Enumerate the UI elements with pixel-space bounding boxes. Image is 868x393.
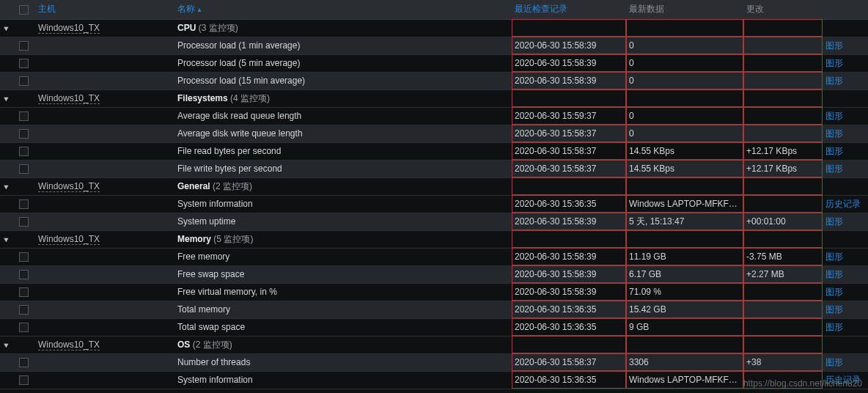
item-change: +12.17 KBps	[743, 160, 823, 177]
item-lastdata: 0	[626, 107, 743, 125]
sort-asc-icon: ▲	[196, 7, 202, 13]
item-lastdata: Windows LAPTOP-MFKF1N43 10...	[626, 195, 743, 213]
row-checkbox[interactable]	[19, 270, 29, 279]
item-change	[743, 195, 823, 213]
item-row: Average disk write queue length2020-06-3…	[0, 125, 868, 142]
item-lastcheck: 2020-06-30 15:36:35	[512, 371, 626, 389]
row-checkbox[interactable]	[19, 375, 29, 385]
item-name: Total memory	[177, 304, 230, 315]
action-link-graph[interactable]: 图形	[825, 58, 843, 68]
item-lastcheck: 2020-06-30 15:36:35	[512, 301, 626, 318]
item-lastcheck: 2020-06-30 15:58:39	[512, 283, 626, 301]
action-link-graph[interactable]: 图形	[825, 76, 843, 86]
item-row: Free virtual memory, in %2020-06-30 15:5…	[0, 283, 868, 301]
action-link-graph[interactable]: 图形	[825, 164, 843, 174]
item-lastdata: 0	[626, 72, 743, 89]
item-name: File write bytes per second	[177, 164, 282, 174]
group-count: (4 监控项)	[228, 93, 270, 103]
host-link[interactable]: Windows10_TX	[38, 234, 100, 245]
header-name[interactable]: 名称▲	[174, 0, 512, 19]
collapse-icon[interactable]: ▼	[2, 25, 10, 32]
action-link-graph[interactable]: 图形	[825, 251, 843, 262]
group-name: OS	[177, 339, 190, 350]
row-checkbox[interactable]	[19, 199, 29, 209]
action-link-history[interactable]: 历史记录	[825, 375, 861, 385]
row-checkbox[interactable]	[19, 41, 29, 51]
row-checkbox[interactable]	[19, 76, 29, 86]
item-name: System information	[177, 199, 253, 209]
action-link-graph[interactable]: 图形	[825, 322, 843, 332]
item-name: Processor load (15 min average)	[177, 76, 305, 86]
action-link-graph[interactable]: 图形	[825, 128, 843, 139]
row-checkbox[interactable]	[19, 59, 29, 68]
action-link-graph[interactable]: 图形	[825, 304, 843, 315]
item-name: Average disk write queue length	[177, 128, 303, 139]
row-checkbox[interactable]	[19, 217, 29, 227]
action-link-graph[interactable]: 图形	[825, 287, 843, 297]
item-lastdata: 5 天, 15:13:47	[626, 213, 743, 230]
item-lastdata: 3306	[626, 353, 743, 371]
item-name: Average disk read queue length	[177, 111, 301, 121]
item-row: Free memory2020-06-30 15:58:3911.19 GB-3…	[0, 248, 868, 265]
item-row: Number of threads2020-06-30 15:58:373306…	[0, 353, 868, 371]
item-change	[743, 37, 823, 54]
action-link-graph[interactable]: 图形	[825, 146, 843, 156]
action-link-graph[interactable]: 图形	[825, 357, 843, 367]
group-name: General	[177, 181, 210, 191]
header-lastcheck[interactable]: 最近检查记录	[512, 0, 626, 19]
row-checkbox[interactable]	[19, 129, 29, 139]
collapse-icon[interactable]: ▼	[2, 236, 10, 243]
latest-data-table: 主机 名称▲ 最近检查记录 最新数据 更改 ▼Windows10_TXCPU (…	[0, 0, 868, 389]
group-row: ▼Windows10_TXOS (2 监控项)	[0, 336, 868, 353]
item-lastcheck: 2020-06-30 15:58:37	[512, 142, 626, 160]
item-lastcheck: 2020-06-30 15:58:37	[512, 160, 626, 177]
item-lastcheck: 2020-06-30 15:58:37	[512, 125, 626, 142]
host-link[interactable]: Windows10_TX	[38, 93, 100, 104]
host-link[interactable]: Windows10_TX	[38, 339, 100, 350]
row-checkbox[interactable]	[19, 305, 29, 315]
row-checkbox[interactable]	[19, 323, 29, 332]
item-lastdata: 6.17 GB	[626, 265, 743, 283]
host-link[interactable]: Windows10_TX	[38, 181, 100, 192]
select-all-checkbox[interactable]	[19, 5, 29, 15]
item-lastdata: 0	[626, 125, 743, 142]
collapse-icon[interactable]: ▼	[2, 95, 10, 103]
item-lastcheck: 2020-06-30 15:58:39	[512, 72, 626, 89]
row-checkbox[interactable]	[19, 287, 29, 297]
collapse-icon[interactable]: ▼	[2, 183, 10, 191]
action-link-graph[interactable]: 图形	[825, 216, 843, 227]
action-link-graph[interactable]: 图形	[825, 269, 843, 279]
header-lastdata: 最新数据	[626, 0, 743, 19]
item-name: File read bytes per second	[177, 146, 281, 156]
item-lastcheck: 2020-06-30 15:58:39	[512, 213, 626, 230]
item-name: Free swap space	[177, 269, 244, 279]
item-change	[743, 318, 823, 336]
item-lastdata: 11.19 GB	[626, 248, 743, 265]
item-row: Average disk read queue length2020-06-30…	[0, 107, 868, 125]
item-lastdata: 0	[626, 54, 743, 72]
item-name: System information	[177, 375, 253, 385]
group-row: ▼Windows10_TXGeneral (2 监控项)	[0, 177, 868, 195]
action-link-history[interactable]: 历史记录	[825, 199, 861, 209]
header-host[interactable]: 主机	[35, 0, 174, 19]
action-link-graph[interactable]: 图形	[825, 111, 843, 121]
row-checkbox[interactable]	[19, 358, 29, 367]
item-lastdata: 14.55 KBps	[626, 160, 743, 177]
host-link[interactable]: Windows10_TX	[38, 23, 100, 34]
row-checkbox[interactable]	[19, 252, 29, 262]
item-change: +2.27 MB	[743, 265, 823, 283]
group-name: Memory	[177, 234, 211, 244]
item-change	[743, 371, 823, 389]
row-checkbox[interactable]	[19, 147, 29, 156]
collapse-icon[interactable]: ▼	[2, 342, 10, 349]
group-count: (5 监控项)	[211, 234, 253, 244]
item-name: Total swap space	[177, 322, 245, 332]
item-row: System information2020-06-30 15:36:35Win…	[0, 195, 868, 213]
item-name: Free virtual memory, in %	[177, 287, 277, 297]
item-name: Free memory	[177, 251, 229, 262]
row-checkbox[interactable]	[19, 164, 29, 174]
row-checkbox[interactable]	[19, 111, 29, 121]
item-lastdata: 14.55 KBps	[626, 142, 743, 160]
action-link-graph[interactable]: 图形	[825, 40, 843, 51]
item-change: +12.17 KBps	[743, 142, 823, 160]
